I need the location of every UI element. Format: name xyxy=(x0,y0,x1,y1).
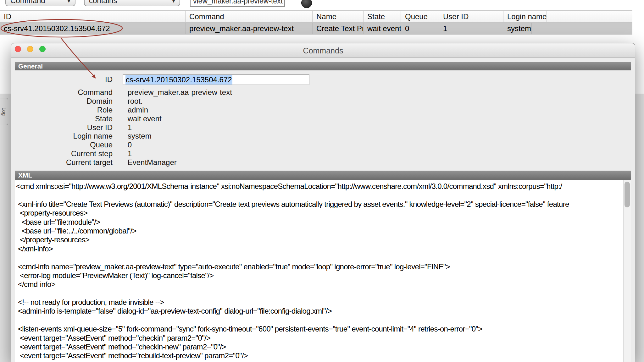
id-field-row: ID cs-srv41.20150302.153504.672 xyxy=(11,74,635,85)
table-cell: Create Text Previews (automatic) xyxy=(313,23,364,34)
xml-line: <!-- not ready for production, made invi… xyxy=(16,298,623,307)
id-input-selected-text: cs-srv41.20150302.153504.672 xyxy=(125,75,232,85)
operator-dropdown-label: contains xyxy=(89,0,117,5)
xml-line: <base url="file:module"/> xyxy=(16,218,623,227)
chevron-down-icon: ▾ xyxy=(166,0,175,4)
xml-line: <property-resources> xyxy=(16,209,623,217)
field-label: Current target xyxy=(11,158,113,167)
xml-line: <listen-events xml-queue-size="5" fork-c… xyxy=(16,325,623,333)
xml-editor[interactable]: <cmd xmlns:xsi="http://www.w3.org/2001/X… xyxy=(15,180,631,362)
xml-line: <xml-info title="Create Text Previews (a… xyxy=(16,200,623,209)
field-row: Current target EventManager xyxy=(11,158,635,167)
column-header[interactable]: User ID xyxy=(439,11,503,22)
field-value: preview_maker.aa-preview-text xyxy=(128,88,232,96)
column-header[interactable]: Queue xyxy=(401,11,439,22)
field-label: State xyxy=(11,114,113,123)
field-row: Domain root. xyxy=(11,97,635,106)
commands-dialog: Commands General ID cs-srv41.20150302.15… xyxy=(11,43,635,362)
field-label: Command xyxy=(11,88,113,97)
field-label: User ID xyxy=(11,123,113,132)
chevron-down-icon: ▾ xyxy=(62,0,70,4)
commands-table: IDCommandNameStateQueueUser IDLogin name… xyxy=(0,10,632,35)
column-header[interactable]: Name xyxy=(313,11,364,22)
xml-line xyxy=(16,316,623,325)
table-cell: system xyxy=(503,23,532,34)
side-panel-tab-label: Log xyxy=(1,107,7,116)
field-value: 1 xyxy=(128,149,132,158)
xml-line xyxy=(16,289,623,298)
xml-line: <cmd xmlns:xsi="http://www.w3.org/2001/X… xyxy=(16,182,623,191)
column-header[interactable]: State xyxy=(364,11,401,22)
table-cell: cs-srv41.20150302.153504.672 xyxy=(0,23,186,34)
column-header[interactable]: ID xyxy=(0,11,186,22)
field-row: Role admin xyxy=(11,106,635,114)
table-cell: 0 xyxy=(401,23,439,34)
xml-line: <error-log module="PreviewMaker (Text)" … xyxy=(16,271,623,280)
xml-scrollbar-thumb[interactable] xyxy=(625,182,630,207)
id-input[interactable]: cs-srv41.20150302.153504.672 xyxy=(123,74,309,85)
table-cell: 1 xyxy=(439,23,503,34)
xml-line: </xml-info> xyxy=(16,244,623,253)
field-row: Queue 0 xyxy=(11,140,635,149)
field-value: root. xyxy=(128,97,143,105)
screen-root: Log Command ▾ contains ▾ view_maker.aa-p… xyxy=(0,0,644,362)
general-section-label: General xyxy=(18,63,43,70)
column-header[interactable]: Command xyxy=(186,11,313,22)
field-value: 0 xyxy=(128,140,132,149)
xml-line: <event target="AssetEvent" method="check… xyxy=(16,334,623,343)
field-row: User ID 1 xyxy=(11,123,635,132)
xml-line: </listen-events> xyxy=(16,360,623,362)
field-value: admin xyxy=(128,106,148,114)
general-section-header: General xyxy=(15,62,631,70)
field-label: Queue xyxy=(11,140,113,149)
field-dropdown-label: Command xyxy=(10,0,45,5)
xml-line: <base url="file:../../common/global"/> xyxy=(16,227,623,235)
xml-line xyxy=(16,253,623,262)
xml-section-label: XML xyxy=(18,172,32,179)
table-header-row: IDCommandNameStateQueueUser IDLogin name xyxy=(0,10,632,23)
field-value: EventManager xyxy=(128,158,177,167)
field-value: system xyxy=(128,132,152,140)
field-label: Login name xyxy=(11,132,113,140)
table-row-selected[interactable]: cs-srv41.20150302.153504.672preview_make… xyxy=(0,23,632,35)
field-value: wait event xyxy=(128,114,162,123)
xml-line: <event target="AssetEvent" method="rebui… xyxy=(16,351,623,360)
xml-line: <event target="AssetEvent" method="check… xyxy=(16,343,623,351)
field-row: Command preview_maker.aa-preview-text xyxy=(11,88,635,97)
field-dropdown[interactable]: Command ▾ xyxy=(5,0,75,6)
operator-dropdown[interactable]: contains ▾ xyxy=(84,0,180,6)
field-row: Current step 1 xyxy=(11,149,635,158)
field-label: Role xyxy=(11,106,113,114)
xml-line xyxy=(16,191,623,200)
xml-line: <cmd-info name="preview_maker.aa-preview… xyxy=(16,262,623,271)
dialog-titlebar[interactable]: Commands xyxy=(11,43,635,58)
field-row: State wait event xyxy=(11,114,635,123)
run-search-icon[interactable] xyxy=(301,0,312,8)
table-cell: preview_maker.aa-preview-text xyxy=(186,23,313,34)
dialog-title: Commands xyxy=(11,43,635,58)
search-input[interactable]: view_maker.aa-preview-text xyxy=(190,0,285,7)
general-fields-list: Command preview_maker.aa-preview-text Do… xyxy=(11,88,635,167)
field-label: Current step xyxy=(11,149,113,158)
column-header[interactable]: Login name xyxy=(503,11,547,22)
xml-line: </cmd-info> xyxy=(16,280,623,289)
field-value: 1 xyxy=(128,123,132,132)
field-row: Login name system xyxy=(11,132,635,140)
xml-line: <admin-info is-template="false" dialog-i… xyxy=(16,307,623,315)
xml-line: </property-resources> xyxy=(16,235,623,244)
search-toolbar: Command ▾ contains ▾ view_maker.aa-previ… xyxy=(0,0,644,10)
table-cell: wait event xyxy=(364,23,401,34)
field-label: Domain xyxy=(11,97,113,106)
xml-scrollbar[interactable] xyxy=(623,180,631,362)
search-input-value: view_maker.aa-preview-text xyxy=(193,0,283,5)
xml-text: <cmd xmlns:xsi="http://www.w3.org/2001/X… xyxy=(16,182,623,362)
id-field-label: ID xyxy=(11,75,113,84)
side-panel-tab[interactable]: Log xyxy=(0,98,8,125)
xml-section-header: XML xyxy=(15,171,631,180)
